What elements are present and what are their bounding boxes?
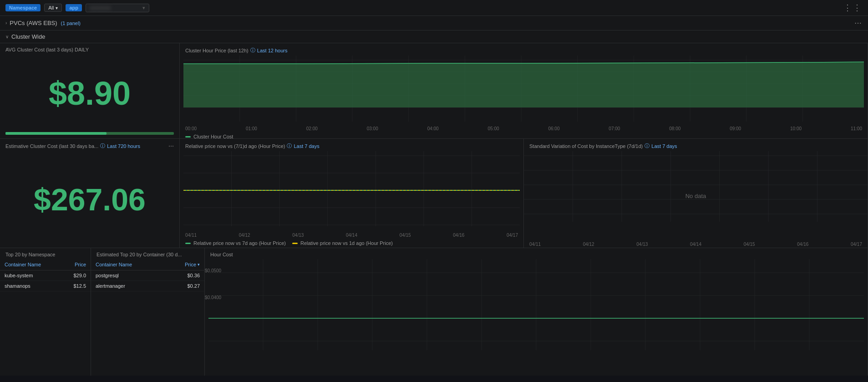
chevron-down-icon: ∨ xyxy=(5,34,9,39)
avg-cost-panel: AVG Cluster Cost (last 3 days) DAILY $8.… xyxy=(0,43,180,138)
legend-dot-green2 xyxy=(185,243,191,244)
col-price-label: Price xyxy=(75,262,86,267)
col-container-name-header[interactable]: Container Name xyxy=(96,262,183,267)
cell-price-1: $12.5 xyxy=(73,283,86,289)
cluster-hour-chart xyxy=(183,56,864,122)
x-std-3: 04/14 xyxy=(690,242,701,247)
x-std-4: 04/15 xyxy=(744,242,755,247)
info-icon-4: ⓘ xyxy=(645,143,650,149)
table-row: shamanops $12.5 xyxy=(0,281,91,291)
blurred-dropdown[interactable]: ●●●●●●● ▾ xyxy=(86,4,149,12)
pvcs-subtitle: (1 panel) xyxy=(61,20,81,26)
info-icon-2: ⓘ xyxy=(100,143,105,149)
x-label-4: 04:00 xyxy=(427,126,439,131)
relative-price-title: Relative price now vs (7/1)d ago (Hour P… xyxy=(185,143,285,149)
table-row: kube-system $29.0 xyxy=(0,270,91,281)
table-row: postgresql $0.36 xyxy=(91,270,204,281)
x-label-2: 02:00 xyxy=(306,126,318,131)
pvcs-section-header[interactable]: › PVCs (AWS EBS) (1 panel) ⋯ xyxy=(0,16,868,31)
cell-namespace-0: kube-system xyxy=(5,273,73,278)
estimative-time-badge[interactable]: Last 720 hours xyxy=(107,143,140,149)
top20-namespace-title-bar: Top 20 by Namespace xyxy=(0,248,91,259)
x-std-5: 04/16 xyxy=(797,242,808,247)
x-std-2: 04/13 xyxy=(636,242,648,247)
x-label-11: 11:00 xyxy=(851,126,862,131)
legend-label-2: Relative price now vs 1d ago (Hour Price… xyxy=(300,240,393,246)
y-label-0500: $0.0500 xyxy=(205,268,221,273)
x-label-6: 06:00 xyxy=(548,126,559,131)
y-label-0400: $0.0400 xyxy=(205,295,221,300)
x-label-3: 03:00 xyxy=(367,126,378,131)
top20-namespace-header: Container Name Price xyxy=(0,259,91,270)
x-label-1: 01:00 xyxy=(246,126,257,131)
top20-container-title-bar: Estimated Top 20 by Container (30 d... xyxy=(91,248,204,259)
hour-cost-title: Hour Cost xyxy=(210,252,233,257)
avg-cost-bar xyxy=(5,132,174,135)
hour-cost-y-labels: $0.0500 $0.0400 xyxy=(205,268,221,300)
dots-menu-icon[interactable]: ⋮⋮ xyxy=(843,3,863,13)
x-label-10: 10:00 xyxy=(790,126,802,131)
info-icon-3: ⓘ xyxy=(287,143,292,149)
std-chart-area: No data xyxy=(524,151,868,241)
x-label-9: 09:00 xyxy=(730,126,741,131)
pvcs-title: PVCs (AWS EBS) xyxy=(10,20,57,26)
avg-cost-title: AVG Cluster Cost (last 3 days) DAILY xyxy=(5,47,89,52)
row3: Top 20 by Namespace Container Name Price… xyxy=(0,248,868,376)
estimative-dots-menu[interactable]: ⋯ xyxy=(168,143,174,149)
table-row: alertmanager $0.27 xyxy=(91,281,204,291)
avg-cost-value: $8.90 xyxy=(0,54,179,132)
chevron-right-icon: › xyxy=(5,20,7,25)
dashboard: AVG Cluster Cost (last 3 days) DAILY $8.… xyxy=(0,43,868,376)
x-rel-3: 04/14 xyxy=(346,233,357,238)
x-std-0: 04/11 xyxy=(529,242,541,247)
col-name-header[interactable]: Container Name xyxy=(5,262,73,267)
sort-icon: ▾ xyxy=(198,262,200,267)
std-variation-time-badge[interactable]: Last 7 days xyxy=(651,143,677,149)
cluster-wide-section-header[interactable]: ∨ Cluster Wide xyxy=(0,31,868,43)
svg-marker-16 xyxy=(183,62,864,107)
top20-container-title: Estimated Top 20 by Container (30 d... xyxy=(96,252,182,257)
cluster-hour-title: Cluster Hour Price (last 12h) xyxy=(185,48,249,53)
topbar: Namespace All app ●●●●●●● ▾ ⋮⋮ xyxy=(0,0,868,16)
namespace-tag[interactable]: Namespace xyxy=(5,4,41,11)
x-rel-4: 04/15 xyxy=(400,233,411,238)
cluster-hour-panel: Cluster Hour Price (last 12h) ⓘ Last 12 … xyxy=(180,43,868,138)
relative-x-axis: 04/11 04/12 04/13 04/14 04/15 04/16 04/1… xyxy=(180,232,523,239)
top20-container-header: Container Name Price ▾ xyxy=(91,259,204,270)
top20-namespace-panel: Top 20 by Namespace Container Name Price… xyxy=(0,248,91,376)
cluster-hour-chart-area xyxy=(180,56,868,125)
relative-chart xyxy=(183,151,520,226)
legend-label-1: Relative price now vs 7d ago (Hour Price… xyxy=(193,240,286,246)
relative-chart-area xyxy=(180,151,523,232)
relative-price-time-badge[interactable]: Last 7 days xyxy=(294,143,319,149)
estimative-value: $267.06 xyxy=(0,151,179,248)
cell-container-price-1: $0.27 xyxy=(187,283,200,289)
pvcs-dots-menu[interactable]: ⋯ xyxy=(854,19,863,27)
cluster-hour-x-axis: 00:00 01:00 02:00 03:00 04:00 05:00 06:0… xyxy=(180,125,868,132)
col-container-price-header[interactable]: Price ▾ xyxy=(185,262,200,267)
estimative-title-bar: Estimative Cluster Cost (last 30 days ba… xyxy=(0,139,179,151)
x-rel-6: 04/17 xyxy=(507,233,518,238)
hour-cost-chart-area: $0.0500 $0.0400 xyxy=(205,259,868,376)
x-label-8: 08:00 xyxy=(669,126,680,131)
info-icon: ⓘ xyxy=(250,47,255,54)
cell-container-0: postgresql xyxy=(96,273,187,278)
col-price-header[interactable]: Price xyxy=(75,262,86,267)
cell-price-0: $29.0 xyxy=(73,273,86,278)
all-dropdown[interactable]: All xyxy=(44,4,62,12)
top20-namespace-title: Top 20 by Namespace xyxy=(5,252,55,257)
hour-cost-title-bar: Hour Cost xyxy=(205,248,868,259)
std-variation-panel: Standard Variation of Cost by InstanceTy… xyxy=(524,139,868,248)
no-data-label: No data xyxy=(524,151,868,241)
estimative-title: Estimative Cluster Cost (last 30 days ba… xyxy=(5,143,98,149)
cluster-hour-time-badge[interactable]: Last 12 hours xyxy=(257,48,288,53)
top20-container-panel: Estimated Top 20 by Container (30 d... C… xyxy=(91,248,205,376)
x-label-0: 00:00 xyxy=(185,126,197,131)
x-rel-5: 04/16 xyxy=(453,233,464,238)
cluster-hour-legend: Cluster Hour Cost xyxy=(180,132,868,138)
app-tag: app xyxy=(66,4,82,11)
legend-dot-yellow xyxy=(292,243,298,244)
hour-cost-chart xyxy=(208,259,864,350)
estimative-panel: Estimative Cluster Cost (last 30 days ba… xyxy=(0,139,180,248)
col-container-price-label: Price xyxy=(185,262,196,267)
